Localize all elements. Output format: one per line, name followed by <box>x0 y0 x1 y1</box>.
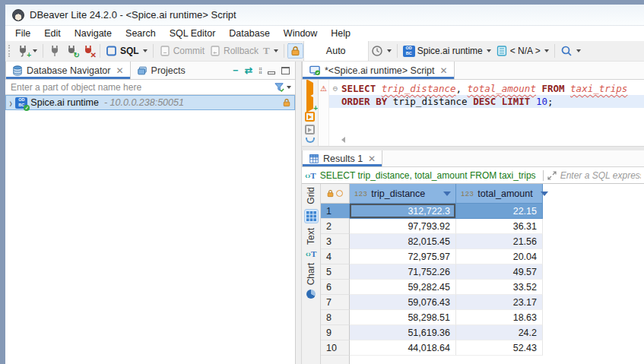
menu-help[interactable]: Help <box>324 27 357 40</box>
row-number[interactable]: 9 <box>321 325 350 340</box>
maximize-panel-button[interactable] <box>281 67 290 74</box>
menu-edit[interactable]: Edit <box>37 27 68 40</box>
row-number[interactable]: 6 <box>321 280 350 295</box>
cell-trip-distance[interactable]: 71,752.26 <box>350 264 456 280</box>
cell-total-amount[interactable]: 21.56 <box>456 234 543 249</box>
column-header-total-amount[interactable]: 123 total_amount <box>456 184 543 204</box>
plug-new-icon: + <box>17 45 29 57</box>
menu-navigate[interactable]: Navigate <box>68 27 119 40</box>
row-number[interactable]: 1 <box>321 204 350 219</box>
reconnect-button[interactable]: ↻ <box>63 43 80 59</box>
cell-trip-distance[interactable]: 59,076.43 <box>350 295 456 310</box>
cell-trip-distance[interactable]: 44,018.64 <box>350 340 456 356</box>
row-number[interactable]: 2 <box>321 219 350 234</box>
cell-trip-distance[interactable]: 58,298.51 <box>350 310 456 325</box>
search-button[interactable] <box>558 43 583 59</box>
transaction-log-button[interactable] <box>369 43 394 59</box>
code-area[interactable]: ⊖SELECT trip_distance, total_amount FROM… <box>329 80 644 146</box>
cell-total-amount[interactable]: 52.43 <box>456 340 543 356</box>
link-with-editor-button[interactable]: ⇄ <box>244 65 252 76</box>
row-number[interactable]: 8 <box>321 310 350 325</box>
tab-database-navigator[interactable]: Database Navigator ✕ <box>5 62 131 79</box>
hscroll-left-arrow[interactable] <box>341 137 345 143</box>
tree-item-connection[interactable]: › ODBC ✓ Spice.ai runtime - 10.0.0.238:5… <box>5 95 295 110</box>
vertical-sash[interactable] <box>296 62 302 364</box>
view-menu-button[interactable]: ⁞⁞ <box>259 66 262 75</box>
results-query-text[interactable]: SELECT trip_distance, total_amount FROM … <box>320 170 539 181</box>
cell-total-amount[interactable]: 24.2 <box>456 325 543 340</box>
explain-plan-icon[interactable] <box>306 138 315 143</box>
row-number[interactable]: 10 <box>321 340 350 356</box>
expand-chevron-icon[interactable]: › <box>9 96 11 109</box>
collapse-all-button[interactable]: − <box>233 65 238 76</box>
menu-search[interactable]: Search <box>119 27 163 40</box>
cell-total-amount[interactable]: 23.17 <box>456 295 543 310</box>
minimize-panel-button[interactable] <box>268 71 275 74</box>
table-row: 5 71,752.26 49.57 <box>321 264 644 280</box>
view-tab-grid-label[interactable]: Grid <box>306 187 316 204</box>
commit-mode-combo[interactable]: Auto <box>303 41 369 61</box>
tab-script-editor[interactable]: *<Spice.ai runtime> Script ✕ <box>302 62 455 79</box>
view-tab-text-label[interactable]: Text <box>306 228 316 245</box>
column-dropdown-icon[interactable] <box>541 191 548 196</box>
sql-editor-button[interactable]: SQL <box>103 43 150 59</box>
transaction-icon: T <box>263 45 270 57</box>
connection-name: Spice.ai runtime <box>30 97 99 108</box>
chart-view-pie-icon[interactable] <box>306 290 316 299</box>
expand-filter-icon[interactable] <box>547 171 557 180</box>
object-name-filter[interactable]: Enter a part of object name here <box>5 80 295 95</box>
connection-lock-toggle[interactable] <box>287 43 303 59</box>
rollback-button[interactable]: Rollback <box>207 43 261 59</box>
text-view-icon[interactable]: ‹›T <box>306 249 317 258</box>
menu-database[interactable]: Database <box>222 27 277 40</box>
menu-file[interactable]: File <box>8 27 37 40</box>
close-icon[interactable]: ✕ <box>440 65 448 76</box>
filter-funnel-icon[interactable] <box>274 81 285 93</box>
toolbar-drag-handle[interactable] <box>8 45 11 57</box>
menu-window[interactable]: Window <box>277 27 324 40</box>
grid-corner-cell[interactable] <box>321 184 350 204</box>
row-number[interactable]: 5 <box>321 264 350 280</box>
row-number[interactable]: 3 <box>321 234 350 249</box>
dropdown-caret-icon <box>33 49 37 52</box>
close-icon[interactable]: ✕ <box>368 154 376 164</box>
menu-sql-editor[interactable]: SQL Editor <box>163 27 223 40</box>
cell-trip-distance[interactable]: 72,975.97 <box>350 249 456 264</box>
disconnect-button[interactable]: ✕ <box>80 43 97 59</box>
cell-total-amount[interactable]: 22.15 <box>456 204 543 219</box>
cell-total-amount[interactable]: 33.52 <box>456 280 543 295</box>
tab-results-1[interactable]: Results 1 ✕ <box>302 150 382 166</box>
cell-total-amount[interactable]: 18.63 <box>456 310 543 325</box>
close-icon[interactable]: ✕ <box>116 65 123 76</box>
cell-total-amount[interactable]: 20.04 <box>456 249 543 264</box>
cell-trip-distance[interactable]: 312,722.3 <box>350 204 456 219</box>
active-connection-combo[interactable]: ODBC Spice.ai runtime <box>401 44 493 59</box>
filter-dropdown-caret-icon[interactable] <box>287 86 291 89</box>
fold-marker-icon[interactable]: ⊖ <box>329 82 341 95</box>
execute-script-button[interactable] <box>305 112 315 122</box>
new-connection-button[interactable]: + <box>14 43 40 59</box>
tab-projects[interactable]: Projects <box>131 62 192 79</box>
column-header-trip-distance[interactable]: 123 trip_distance <box>350 184 456 204</box>
commit-button[interactable]: Commit <box>157 43 207 59</box>
cell-trip-distance[interactable]: 59,282.45 <box>350 280 456 295</box>
view-tab-chart-label[interactable]: Chart <box>306 263 316 285</box>
code-line-2[interactable]: ORDER BY trip_distance DESC LIMIT 10; <box>329 95 644 108</box>
active-schema-combo[interactable]: < N/A > <box>493 43 551 59</box>
cell-trip-distance[interactable]: 51,619.36 <box>350 325 456 340</box>
cell-trip-distance[interactable]: 97,793.92 <box>350 219 456 234</box>
execute-statement-button[interactable] <box>306 83 313 94</box>
row-number[interactable]: 7 <box>321 295 350 310</box>
view-tab-grid[interactable] <box>304 209 319 223</box>
cell-trip-distance[interactable]: 82,015.45 <box>350 234 456 249</box>
code-line-1[interactable]: ⊖SELECT trip_distance, total_amount FROM… <box>329 82 644 95</box>
cell-total-amount[interactable]: 49.57 <box>456 264 543 280</box>
filter-expression-placeholder[interactable]: Enter a SQL expression to <box>560 170 641 181</box>
column-dropdown-icon[interactable] <box>443 191 451 196</box>
transaction-mode-button[interactable]: T <box>261 43 281 59</box>
execute-new-tab-button[interactable]: + <box>306 97 313 109</box>
connect-button[interactable] <box>46 43 63 59</box>
script-stub-button[interactable] <box>305 125 315 135</box>
row-number[interactable]: 4 <box>321 249 350 264</box>
cell-total-amount[interactable]: 36.31 <box>456 219 543 234</box>
